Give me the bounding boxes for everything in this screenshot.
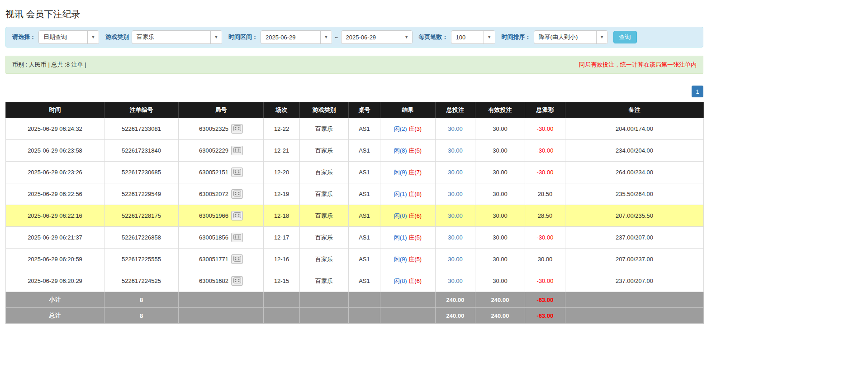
cell-result: 闲(9) 庄(5) (380, 249, 436, 270)
subtotal-empty (565, 292, 704, 308)
cell-valid-bet: 30.00 (475, 140, 525, 162)
round-id-text: 630052072 (199, 191, 228, 197)
cell-round-id: 630051682 (179, 270, 264, 292)
page-size-select[interactable]: 100 ▼ (451, 30, 495, 44)
result-banker: 庄(6) (408, 212, 422, 219)
total-bet-link[interactable]: 30.00 (448, 191, 463, 197)
cell-bet-id: 522617229549 (104, 183, 179, 205)
total-empty (179, 308, 264, 324)
total-bet-link[interactable]: 30.00 (448, 256, 463, 263)
cell-payout: 28.50 (525, 183, 565, 205)
round-result-button[interactable] (231, 124, 243, 134)
cell-game-type: 百家乐 (300, 249, 349, 270)
total-empty (380, 308, 436, 324)
payout-value: -30.00 (537, 169, 554, 176)
cell-payout: -30.00 (525, 140, 565, 162)
cell-total-bet: 30.00 (436, 162, 475, 183)
cell-table-no: AS1 (349, 270, 380, 292)
sort-order-value: 降幂(由大到小) (534, 33, 583, 41)
search-button[interactable]: 查询 (613, 31, 637, 43)
cell-valid-bet: 30.00 (475, 118, 525, 140)
cell-result: 闲(1) 庄(5) (380, 227, 436, 249)
cell-payout: 30.00 (525, 249, 565, 270)
date-from-select[interactable]: 2025-06-29 ▼ (261, 30, 332, 44)
column-header: 注单编号 (104, 102, 179, 118)
sort-order-label: 时间排序： (502, 33, 531, 41)
cell-total-bet: 30.00 (436, 227, 475, 249)
round-result-button[interactable] (231, 233, 243, 242)
cell-payout: -30.00 (525, 270, 565, 292)
summary-left-text: 币别 : 人民币 | 总共 :8 注单 | (12, 61, 86, 69)
round-result-button[interactable] (231, 146, 243, 155)
total-bet-link[interactable]: 30.00 (448, 234, 463, 241)
table-row: 2025-06-29 06:22:56522617229549630052072… (6, 183, 704, 205)
date-to-select[interactable]: 2025-06-29 ▼ (341, 30, 413, 44)
subtotal-payout: -63.00 (525, 292, 565, 308)
table-row: 2025-06-29 06:23:58522617231840630052229… (6, 140, 704, 162)
payout-value: -30.00 (537, 147, 554, 154)
total-bet-link[interactable]: 30.00 (448, 147, 463, 154)
cell-session: 12-21 (264, 140, 300, 162)
cell-total-bet: 30.00 (436, 270, 475, 292)
page-1-button[interactable]: 1 (692, 86, 703, 97)
round-result-button[interactable] (231, 168, 243, 177)
cell-table-no: AS1 (349, 249, 380, 270)
round-id-text: 630051682 (199, 278, 228, 284)
column-header: 总派彩 (525, 102, 565, 118)
cell-game-type: 百家乐 (300, 183, 349, 205)
total-bet-link[interactable]: 30.00 (448, 169, 463, 176)
dice-icon (233, 212, 241, 220)
dice-icon (233, 147, 241, 154)
result-banker: 庄(5) (408, 256, 422, 263)
total-bet-link[interactable]: 30.00 (448, 212, 463, 219)
round-id-text: 630052151 (199, 169, 228, 176)
subtotal-empty (380, 292, 436, 308)
round-id-text: 630051771 (199, 256, 228, 263)
round-result-button[interactable] (231, 211, 243, 220)
chevron-down-icon: ▼ (401, 31, 412, 43)
cell-session: 12-15 (264, 270, 300, 292)
table-row: 2025-06-29 06:20:59522617225555630051771… (6, 249, 704, 270)
result-player: 闲(2) (394, 125, 407, 132)
query-type-select[interactable]: 日期查询 ▼ (38, 30, 99, 44)
total-valid-bet: 240.00 (475, 308, 525, 324)
total-bet-count: 8 (104, 308, 179, 324)
round-result-button[interactable] (231, 189, 243, 199)
total-bet-link[interactable]: 30.00 (448, 278, 463, 284)
range-separator: ~ (335, 34, 338, 41)
round-id-text: 630052229 (199, 147, 228, 154)
round-result-button[interactable] (231, 254, 243, 264)
sort-order-select[interactable]: 降幂(由大到小) ▼ (534, 30, 608, 44)
dice-icon (233, 234, 241, 241)
round-result-button[interactable] (231, 276, 243, 286)
cell-note: 235.50/264.00 (565, 183, 704, 205)
total-label: 总计 (6, 308, 104, 324)
cell-note: 207.00/237.00 (565, 249, 704, 270)
cell-bet-id: 522617230685 (104, 162, 179, 183)
time-range-label: 时间区间： (228, 33, 258, 41)
payout-value: -30.00 (537, 234, 554, 241)
total-row: 总计 8 240.00 240.00 -63.00 (6, 308, 704, 324)
subtotal-bet-count: 8 (104, 292, 179, 308)
cell-total-bet: 30.00 (436, 140, 475, 162)
cell-round-id: 630051856 (179, 227, 264, 249)
cell-session: 12-20 (264, 162, 300, 183)
result-player: 闲(9) (394, 169, 407, 176)
cell-round-id: 630052325 (179, 118, 264, 140)
cell-note: 204.00/174.00 (565, 118, 704, 140)
cell-session: 12-19 (264, 183, 300, 205)
summary-bar: 币别 : 人民币 | 总共 :8 注单 | 同局有效投注，统一计算在该局第一张注… (5, 56, 703, 74)
cell-total-bet: 30.00 (436, 183, 475, 205)
game-type-select[interactable]: 百家乐 ▼ (132, 30, 222, 44)
dice-icon (233, 278, 241, 285)
total-bet-link[interactable]: 30.00 (448, 125, 463, 132)
page: 视讯 会员下注纪录 请选择： 日期查询 ▼ 游戏类别 百家乐 ▼ 时间区间： 2… (0, 0, 709, 383)
subtotal-payout-value: -63.00 (537, 297, 554, 303)
date-to-value: 2025-06-29 (342, 34, 381, 41)
cell-game-type: 百家乐 (300, 205, 349, 227)
page-size-label: 每页笔数： (419, 33, 448, 41)
query-type-value: 日期查询 (39, 33, 71, 41)
cell-valid-bet: 30.00 (475, 205, 525, 227)
dice-icon (233, 125, 241, 133)
table-body: 2025-06-29 06:24:32522617233081630052325… (6, 118, 704, 292)
